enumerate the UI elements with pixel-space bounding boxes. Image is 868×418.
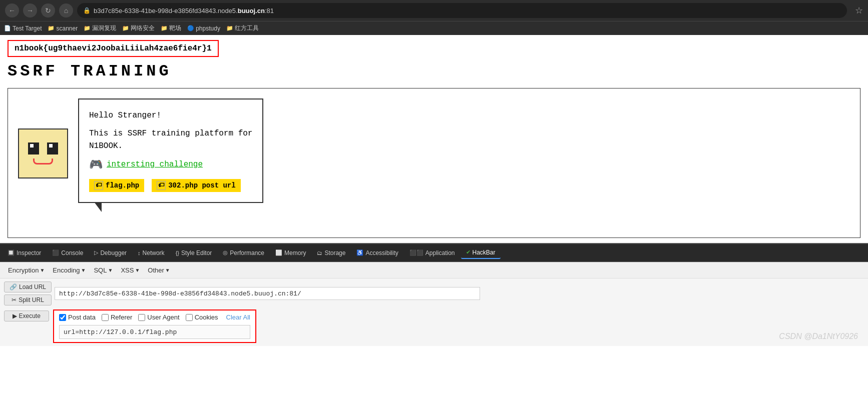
sql-label: SQL <box>94 266 107 274</box>
execute-label: ▶ Execute <box>13 312 41 320</box>
user-agent-check-input[interactable] <box>138 314 145 321</box>
bookmark-label: 漏洞复现 <box>92 24 116 32</box>
phpstudy-icon: 🔵 <box>187 25 194 32</box>
link-label[interactable]: intersting challenge <box>107 160 203 169</box>
hackbar-toolbar: Encryption ▼ Encoding ▼ SQL ▼ XSS ▼ Othe… <box>0 262 868 278</box>
bookmarks-bar: 📄 Test Target 📁 scanner 📁 漏洞复现 📁 网络安全 📁 … <box>0 21 868 35</box>
tab-network[interactable]: ↕ Network <box>133 248 170 258</box>
tab-hackbar-label: HackBar <box>473 249 496 256</box>
referer-label: Referer <box>111 314 132 321</box>
devtools-tabs: 🔲 Inspector ⬛ Console ▷ Debugger ↕ Netwo… <box>0 244 868 262</box>
flag-php-link[interactable]: 🏷 flag.php <box>89 179 144 192</box>
tab-accessibility-label: Accessibility <box>365 250 398 256</box>
tab-storage[interactable]: 🗂 Storage <box>312 248 350 258</box>
badge-icon: 🏷 <box>94 181 103 190</box>
tab-memory[interactable]: ⬜ Memory <box>270 248 311 258</box>
tab-console[interactable]: ⬛ Console <box>47 248 88 258</box>
memory-icon: ⬜ <box>275 250 282 256</box>
cookies-checkbox[interactable]: Cookies <box>186 314 218 321</box>
badge-icon: 🏷 <box>157 181 166 190</box>
devtools-panel: 🔲 Inspector ⬛ Console ▷ Debugger ↕ Netwo… <box>0 243 868 262</box>
split-url-label: Split URL <box>19 296 44 304</box>
tab-debugger[interactable]: ▷ Debugger <box>89 248 132 258</box>
post-data-options: Post data Referer User Agent Cookies C <box>59 314 250 321</box>
redirect-php-link[interactable]: 🏷 302.php post url <box>152 179 240 192</box>
csdn-watermark: CSDN @Da1NtY0926 <box>779 332 858 341</box>
encoding-label: Encoding <box>53 266 80 274</box>
post-data-check-input[interactable] <box>59 314 66 321</box>
clear-all-link[interactable]: Clear All <box>226 314 250 321</box>
pixel-eyes <box>28 142 58 154</box>
user-agent-checkbox[interactable]: User Agent <box>138 314 179 321</box>
forward-button[interactable]: → <box>23 4 37 18</box>
inspector-icon: 🔲 <box>8 250 15 256</box>
accessibility-icon: ♿ <box>356 250 363 256</box>
flag-text: n1book{ug9thaevi2JoobaiLiiLah4zae6fie4r}… <box>15 44 212 53</box>
tab-hackbar[interactable]: ✔ HackBar <box>461 247 501 259</box>
back-button[interactable]: ← <box>5 4 19 18</box>
tab-console-label: Console <box>61 250 83 256</box>
url-text: b3d7c85e-6338-41be-998d-e3856fd34843.nod… <box>94 7 238 14</box>
tab-application[interactable]: ⬛⬛ Application <box>404 248 460 258</box>
chat-description: This is SSRF training platform for N1BOO… <box>89 128 252 153</box>
tab-inspector-label: Inspector <box>17 250 41 256</box>
referer-check-input[interactable] <box>102 314 109 321</box>
other-menu[interactable]: Other ▼ <box>144 265 174 276</box>
encryption-label: Encryption <box>8 266 39 274</box>
cookies-check-input[interactable] <box>186 314 193 321</box>
sql-menu[interactable]: SQL ▼ <box>90 265 117 276</box>
post-data-checkbox[interactable]: Post data <box>59 314 96 321</box>
bookmark-loudong[interactable]: 📁 漏洞复现 <box>84 24 116 32</box>
tab-memory-label: Memory <box>284 250 306 256</box>
encoding-menu[interactable]: Encoding ▼ <box>49 265 90 276</box>
flag-box: n1book{ug9thaevi2JoobaiLiiLah4zae6fie4r}… <box>8 40 219 57</box>
style-editor-icon: {} <box>176 250 179 256</box>
home-button[interactable]: ⌂ <box>59 4 73 18</box>
load-url-button[interactable]: 🔗 Load URL <box>4 282 52 292</box>
pixel-eye-left <box>28 142 39 154</box>
tab-performance[interactable]: ◎ Performance <box>218 248 269 258</box>
bookmark-button[interactable]: ☆ <box>855 5 863 16</box>
bookmark-label: 靶场 <box>169 24 181 32</box>
bookmark-icon: 📁 <box>122 25 129 32</box>
bookmark-label: 网络安全 <box>131 24 155 32</box>
encryption-menu[interactable]: Encryption ▼ <box>4 265 49 276</box>
post-data-label: Post data <box>68 314 96 321</box>
bookmark-phpstudy[interactable]: 🔵 phpstudy <box>187 25 220 32</box>
hackbar-url-row: 🔗 Load URL ✂ Split URL <box>4 282 864 306</box>
tab-accessibility[interactable]: ♿ Accessibility <box>351 248 403 258</box>
url-bold: buuoj.cn <box>238 7 265 14</box>
tab-style-editor[interactable]: {} Style Editor <box>171 248 217 258</box>
bookmark-label: 红方工具 <box>235 24 259 32</box>
xss-menu[interactable]: XSS ▼ <box>117 265 144 276</box>
chat-link[interactable]: 🎮 intersting challenge <box>89 158 252 172</box>
console-icon: ⬛ <box>52 250 59 256</box>
post-data-input[interactable] <box>59 325 250 339</box>
bookmark-wangluo[interactable]: 📁 网络安全 <box>122 24 155 32</box>
user-agent-label: User Agent <box>147 314 179 321</box>
browser-chrome: ← → ↻ ⌂ 🔒 b3d7c85e-6338-41be-998d-e3856f… <box>0 0 868 21</box>
split-url-button[interactable]: ✂ Split URL <box>4 294 52 306</box>
post-data-section: Post data Referer User Agent Cookies C <box>53 310 256 343</box>
bookmark-hongfang[interactable]: 📁 红方工具 <box>226 24 259 32</box>
reload-button[interactable]: ↻ <box>41 4 55 18</box>
bookmark-scanner[interactable]: 📁 scanner <box>48 25 78 32</box>
url-input[interactable] <box>55 287 480 300</box>
url-port: :81 <box>265 7 274 14</box>
performance-icon: ◎ <box>223 250 228 256</box>
load-url-label: Load URL <box>19 284 46 290</box>
chat-hello: Hello Stranger! <box>89 110 252 122</box>
storage-icon: 🗂 <box>317 250 322 256</box>
referer-checkbox[interactable]: Referer <box>102 314 132 321</box>
execute-button[interactable]: ▶ Execute <box>4 310 49 322</box>
bookmark-icon: 📁 <box>161 25 168 32</box>
link1-label: flag.php <box>106 182 139 190</box>
hackbar-panel: Encryption ▼ Encoding ▼ SQL ▼ XSS ▼ Othe… <box>0 262 868 346</box>
bookmark-test-target[interactable]: 📄 Test Target <box>4 25 42 32</box>
link2-label: 302.php post url <box>168 182 235 190</box>
tab-inspector[interactable]: 🔲 Inspector <box>3 248 46 258</box>
xss-label: XSS <box>121 266 134 274</box>
address-bar[interactable]: 🔒 b3d7c85e-6338-41be-998d-e3856fd34843.n… <box>77 3 847 18</box>
bookmark-bichang[interactable]: 📁 靶场 <box>161 24 181 32</box>
bookmark-icon: 📄 <box>4 25 11 32</box>
